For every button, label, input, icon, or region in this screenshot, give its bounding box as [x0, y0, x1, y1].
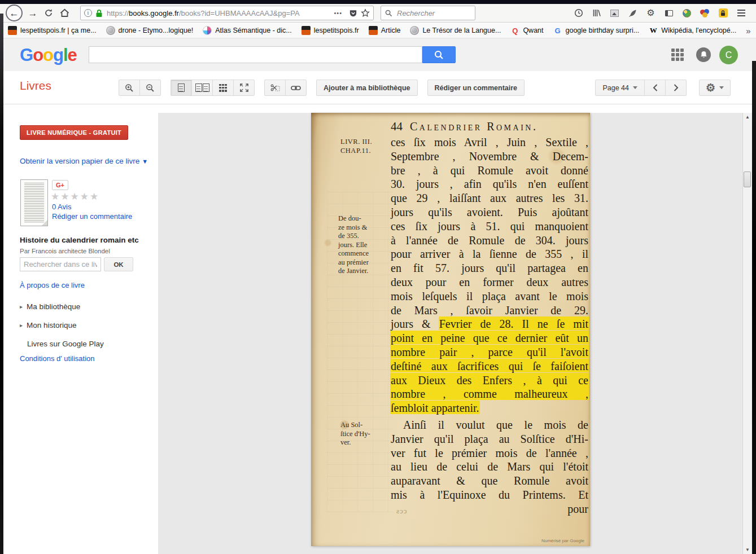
google-search-input[interactable]: [89, 47, 422, 63]
logo-letter: g: [53, 45, 63, 65]
two-page-view-button[interactable]: [191, 80, 213, 96]
site-info-icon[interactable]: i: [84, 9, 92, 17]
bookmark-item[interactable]: Article: [369, 26, 401, 35]
bookmark-item[interactable]: Le Trésor de la Langue...: [410, 26, 501, 35]
zoom-out-button[interactable]: [139, 80, 161, 96]
link-button[interactable]: [285, 80, 307, 96]
book-author: Par Francois architecte Blondel: [20, 248, 110, 254]
rating-stars[interactable]: ★★★★★: [51, 191, 99, 203]
bookmark-label: Article: [381, 27, 401, 34]
get-print-version-link[interactable]: Obtenir la version papier de ce livre ▼: [20, 157, 148, 165]
back-button[interactable]: ←: [6, 5, 23, 21]
pocket-icon[interactable]: [349, 9, 357, 17]
browser-search-input[interactable]: [396, 8, 458, 18]
search-in-book-input[interactable]: [20, 258, 100, 271]
home-icon: [60, 8, 69, 17]
google-search-button[interactable]: [422, 46, 456, 63]
thumbnail-view-button[interactable]: [212, 80, 234, 96]
google-favicon: G: [553, 26, 562, 35]
page-header: 44Calendrier Romain.: [391, 120, 589, 134]
sidebar-item-my-library[interactable]: ▸Ma bibliothèque: [20, 302, 80, 311]
sidebar-toggle-icon[interactable]: [664, 8, 674, 18]
history-clock-icon[interactable]: [574, 8, 583, 18]
password-lock-extension-icon[interactable]: [718, 8, 728, 18]
fullscreen-button[interactable]: [233, 80, 255, 96]
account-avatar[interactable]: C: [719, 46, 738, 64]
quill-extension-icon[interactable]: [628, 8, 637, 18]
bookmark-item[interactable]: Ggoogle birthday surpri...: [553, 26, 640, 35]
settings-gear-icon[interactable]: ⚙: [646, 8, 656, 18]
scrollbar-thumb[interactable]: [744, 172, 751, 187]
globe-extension-icon[interactable]: [682, 8, 692, 18]
window-top-edge: [0, 0, 756, 4]
bookmark-star-icon[interactable]: [361, 8, 370, 17]
qwant-favicon: Q: [510, 26, 519, 35]
book-text-line: ces ſix jours à 51. qui manquoient: [391, 219, 588, 234]
colored-dots-extension-icon[interactable]: [700, 8, 710, 18]
browser-search-bar[interactable]: [381, 6, 475, 20]
bookmark-label: Le Trésor de la Langue...: [422, 27, 501, 34]
books-sidebar: LIVRE NUMÉRIQUE - GRATUIT Obtenir la ver…: [0, 105, 158, 554]
chevron-down-icon: ▼: [142, 158, 148, 165]
forward-button[interactable]: →: [25, 5, 41, 21]
google-apps-grid-icon[interactable]: [671, 49, 684, 61]
fullscreen-icon: [240, 83, 248, 92]
viewer-settings-button[interactable]: ⚙: [699, 80, 731, 96]
https-lock-icon[interactable]: [95, 9, 103, 17]
write-review-button[interactable]: Rédiger un commentaire: [427, 80, 525, 96]
bookmark-label: lespetitspois.fr: [314, 27, 359, 34]
paragraph-1: ces ſix mois Avril , Juin , Sextile ,Sep…: [391, 135, 588, 415]
bookmark-item[interactable]: Atlas Sémantique - dic...: [203, 26, 291, 35]
bookmarks-overflow-chevron[interactable]: »: [746, 26, 756, 36]
google-plus-button[interactable]: G+: [52, 180, 68, 190]
book-text-line: 30. jours , afin qu'ils n'en euſſent: [391, 177, 588, 191]
chevron-left-icon: [653, 84, 658, 91]
bookmark-item[interactable]: WWikipédia, l'encyclopé...: [649, 26, 736, 35]
clip-button[interactable]: [264, 80, 286, 96]
book-page-image[interactable]: 44Calendrier Romain. LIVR. III. CHAP.11.…: [311, 113, 590, 546]
reload-button[interactable]: [41, 5, 56, 21]
book-text-line: deſtiné aux ſacrifices qui ſe faiſoient: [391, 359, 588, 373]
notifications-bell-icon[interactable]: [696, 47, 711, 62]
url-bar[interactable]: i https://books.google.fr/books?id=UHBMA…: [80, 6, 374, 20]
scroll-down-arrow[interactable]: ▼: [743, 547, 752, 552]
viewer-scrollbar[interactable]: ▲ ▼: [742, 113, 752, 554]
chevron-down-icon: [633, 86, 637, 89]
zoom-out-icon: [146, 83, 155, 93]
search-in-book-box[interactable]: [20, 257, 101, 271]
menu-hamburger-icon[interactable]: [736, 8, 746, 18]
book-text-line: deux pour en former deux autres: [391, 275, 588, 289]
bookmark-item[interactable]: lespetitspois.fr | ça me...: [8, 26, 97, 35]
books-toolbar: Livres Ajouter à ma bibliot: [0, 71, 756, 104]
previous-page-button[interactable]: [644, 80, 666, 96]
terms-of-use-link[interactable]: Conditions d' utilisation: [20, 354, 95, 363]
free-ebook-button[interactable]: LIVRE NUMÉRIQUE - GRATUIT: [20, 125, 128, 140]
google-search-box[interactable]: [89, 46, 422, 63]
page-select-dropdown[interactable]: Page 44: [595, 80, 645, 96]
book-cover-thumbnail[interactable]: [20, 179, 48, 226]
bookmark-item[interactable]: QQwant: [510, 26, 543, 35]
bookmark-label: Qwant: [523, 27, 543, 34]
scroll-up-arrow[interactable]: ▲: [743, 115, 752, 120]
single-page-view-button[interactable]: [171, 80, 192, 96]
search-ok-button[interactable]: OK: [104, 257, 133, 271]
bookmark-item[interactable]: drone - Etymo...logique!: [106, 26, 194, 35]
sidebar-item-google-play-books[interactable]: Livres sur Google Play: [27, 340, 104, 348]
next-page-button[interactable]: [665, 80, 687, 96]
about-book-link[interactable]: À propos de ce livre: [20, 281, 85, 289]
bookmark-label: Atlas Sémantique - dic...: [215, 27, 291, 34]
book-text-line: mis à l'Equinoxe du Printems. Et: [391, 488, 588, 502]
write-review-link[interactable]: Rédiger un commentaire: [52, 212, 132, 221]
zoom-in-button[interactable]: [119, 80, 140, 96]
page-actions-icon[interactable]: •••: [334, 10, 342, 16]
book-text-line: que 29 , laiſſant aux autres les 31.: [391, 191, 588, 205]
bookmark-item[interactable]: lespetitspois.fr: [301, 26, 359, 35]
google-logo[interactable]: Google: [20, 45, 77, 65]
screenshot-extension-icon[interactable]: [610, 8, 619, 18]
library-icon[interactable]: [592, 8, 601, 18]
sidebar-item-my-history[interactable]: ▸Mon historique: [20, 321, 77, 329]
add-to-library-button[interactable]: Ajouter à ma bibliothèque: [316, 80, 418, 96]
reviews-count-link[interactable]: 0 Avis: [52, 203, 71, 211]
logo-letter: o: [33, 45, 43, 65]
home-button[interactable]: [56, 5, 72, 21]
